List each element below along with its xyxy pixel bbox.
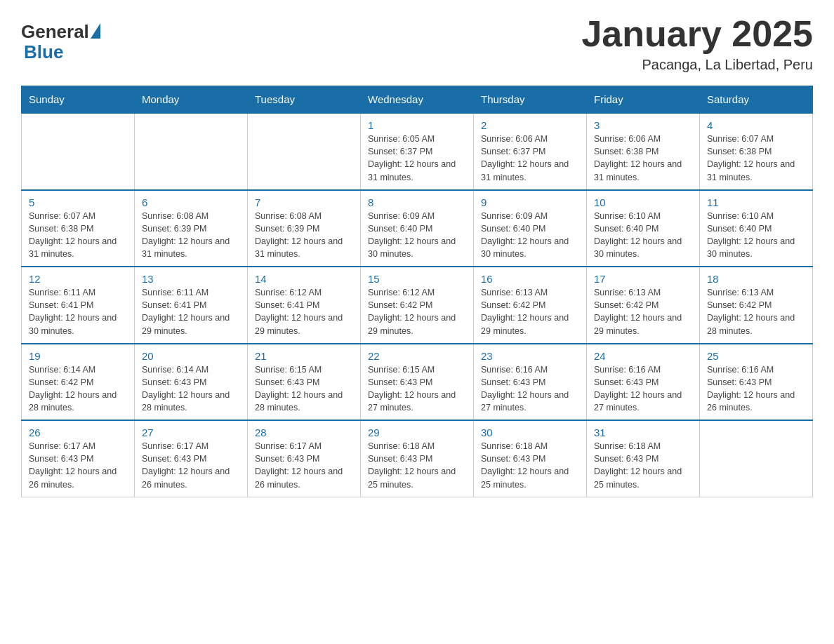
calendar-cell: 19Sunrise: 6:14 AM Sunset: 6:42 PM Dayli… [22,344,135,421]
calendar-cell: 23Sunrise: 6:16 AM Sunset: 6:43 PM Dayli… [474,344,587,421]
calendar-cell [135,113,248,190]
calendar-cell: 30Sunrise: 6:18 AM Sunset: 6:43 PM Dayli… [474,420,587,497]
calendar-week-row: 5Sunrise: 6:07 AM Sunset: 6:38 PM Daylig… [22,190,813,267]
calendar-cell: 18Sunrise: 6:13 AM Sunset: 6:42 PM Dayli… [700,267,813,344]
day-number: 8 [368,196,466,208]
calendar-cell: 25Sunrise: 6:16 AM Sunset: 6:43 PM Dayli… [700,344,813,421]
calendar-cell: 9Sunrise: 6:09 AM Sunset: 6:40 PM Daylig… [474,190,587,267]
day-info: Sunrise: 6:18 AM Sunset: 6:43 PM Dayligh… [368,440,466,491]
day-info: Sunrise: 6:18 AM Sunset: 6:43 PM Dayligh… [481,440,579,491]
calendar-cell: 7Sunrise: 6:08 AM Sunset: 6:39 PM Daylig… [248,190,361,267]
calendar-cell: 17Sunrise: 6:13 AM Sunset: 6:42 PM Dayli… [587,267,700,344]
day-number: 27 [142,427,240,438]
day-info: Sunrise: 6:12 AM Sunset: 6:42 PM Dayligh… [368,286,466,337]
day-number: 28 [255,427,353,438]
day-info: Sunrise: 6:16 AM Sunset: 6:43 PM Dayligh… [707,363,805,415]
day-info: Sunrise: 6:08 AM Sunset: 6:39 PM Dayligh… [142,210,240,261]
day-info: Sunrise: 6:16 AM Sunset: 6:43 PM Dayligh… [481,363,579,415]
day-info: Sunrise: 6:09 AM Sunset: 6:40 PM Dayligh… [368,210,466,261]
calendar-cell [700,420,813,497]
day-number: 1 [368,119,466,131]
calendar-cell: 3Sunrise: 6:06 AM Sunset: 6:38 PM Daylig… [587,113,700,190]
day-number: 25 [707,350,805,362]
calendar-week-row: 1Sunrise: 6:05 AM Sunset: 6:37 PM Daylig… [22,113,813,190]
day-number: 16 [481,273,579,285]
day-info: Sunrise: 6:13 AM Sunset: 6:42 PM Dayligh… [481,286,579,337]
calendar-week-row: 26Sunrise: 6:17 AM Sunset: 6:43 PM Dayli… [22,420,813,497]
day-info: Sunrise: 6:14 AM Sunset: 6:43 PM Dayligh… [142,363,240,415]
day-number: 11 [707,196,805,208]
calendar-title-block: January 2025 Pacanga, La Libertad, Peru [581,14,813,73]
calendar-subtitle: Pacanga, La Libertad, Peru [581,57,813,73]
logo-blue-text: Blue [24,41,63,63]
day-number: 12 [29,273,127,285]
logo: General Blue [21,21,100,63]
calendar-cell: 29Sunrise: 6:18 AM Sunset: 6:43 PM Dayli… [361,420,474,497]
page-header: General Blue January 2025 Pacanga, La Li… [21,14,813,73]
calendar-cell: 20Sunrise: 6:14 AM Sunset: 6:43 PM Dayli… [135,344,248,421]
calendar-cell: 1Sunrise: 6:05 AM Sunset: 6:37 PM Daylig… [361,113,474,190]
day-number: 6 [142,196,240,208]
calendar-day-header: Friday [587,86,700,114]
calendar-day-header: Sunday [22,86,135,114]
day-number: 9 [481,196,579,208]
logo-arrow-icon [91,23,100,39]
calendar-cell: 11Sunrise: 6:10 AM Sunset: 6:40 PM Dayli… [700,190,813,267]
calendar-cell: 24Sunrise: 6:16 AM Sunset: 6:43 PM Dayli… [587,344,700,421]
day-info: Sunrise: 6:14 AM Sunset: 6:42 PM Dayligh… [29,363,127,415]
calendar-cell: 28Sunrise: 6:17 AM Sunset: 6:43 PM Dayli… [248,420,361,497]
calendar-cell: 10Sunrise: 6:10 AM Sunset: 6:40 PM Dayli… [587,190,700,267]
calendar-cell: 26Sunrise: 6:17 AM Sunset: 6:43 PM Dayli… [22,420,135,497]
day-info: Sunrise: 6:15 AM Sunset: 6:43 PM Dayligh… [255,363,353,415]
day-number: 24 [594,350,692,362]
day-info: Sunrise: 6:10 AM Sunset: 6:40 PM Dayligh… [594,210,692,261]
day-info: Sunrise: 6:06 AM Sunset: 6:38 PM Dayligh… [594,133,692,184]
day-number: 4 [707,119,805,131]
day-info: Sunrise: 6:07 AM Sunset: 6:38 PM Dayligh… [29,210,127,261]
day-number: 3 [594,119,692,131]
calendar-day-header: Wednesday [361,86,474,114]
day-number: 20 [142,350,240,362]
calendar-title: January 2025 [581,14,813,54]
calendar-cell: 22Sunrise: 6:15 AM Sunset: 6:43 PM Dayli… [361,344,474,421]
day-number: 31 [594,427,692,438]
day-number: 5 [29,196,127,208]
calendar-cell: 21Sunrise: 6:15 AM Sunset: 6:43 PM Dayli… [248,344,361,421]
calendar-day-header: Thursday [474,86,587,114]
day-number: 22 [368,350,466,362]
day-info: Sunrise: 6:07 AM Sunset: 6:38 PM Dayligh… [707,133,805,184]
day-info: Sunrise: 6:12 AM Sunset: 6:41 PM Dayligh… [255,286,353,337]
day-number: 23 [481,350,579,362]
day-info: Sunrise: 6:13 AM Sunset: 6:42 PM Dayligh… [594,286,692,337]
calendar-cell: 5Sunrise: 6:07 AM Sunset: 6:38 PM Daylig… [22,190,135,267]
day-info: Sunrise: 6:13 AM Sunset: 6:42 PM Dayligh… [707,286,805,337]
calendar-day-header: Tuesday [248,86,361,114]
day-number: 10 [594,196,692,208]
day-info: Sunrise: 6:18 AM Sunset: 6:43 PM Dayligh… [594,440,692,491]
calendar-header-row: SundayMondayTuesdayWednesdayThursdayFrid… [22,86,813,114]
day-info: Sunrise: 6:16 AM Sunset: 6:43 PM Dayligh… [594,363,692,415]
calendar-cell: 2Sunrise: 6:06 AM Sunset: 6:37 PM Daylig… [474,113,587,190]
day-number: 29 [368,427,466,438]
day-number: 21 [255,350,353,362]
day-number: 30 [481,427,579,438]
day-number: 18 [707,273,805,285]
day-info: Sunrise: 6:05 AM Sunset: 6:37 PM Dayligh… [368,133,466,184]
day-info: Sunrise: 6:11 AM Sunset: 6:41 PM Dayligh… [142,286,240,337]
calendar-cell: 31Sunrise: 6:18 AM Sunset: 6:43 PM Dayli… [587,420,700,497]
calendar-cell: 6Sunrise: 6:08 AM Sunset: 6:39 PM Daylig… [135,190,248,267]
calendar-table: SundayMondayTuesdayWednesdayThursdayFrid… [21,86,813,497]
calendar-day-header: Saturday [700,86,813,114]
calendar-cell: 13Sunrise: 6:11 AM Sunset: 6:41 PM Dayli… [135,267,248,344]
day-info: Sunrise: 6:17 AM Sunset: 6:43 PM Dayligh… [29,440,127,491]
calendar-cell: 8Sunrise: 6:09 AM Sunset: 6:40 PM Daylig… [361,190,474,267]
day-info: Sunrise: 6:08 AM Sunset: 6:39 PM Dayligh… [255,210,353,261]
day-number: 15 [368,273,466,285]
day-number: 2 [481,119,579,131]
calendar-day-header: Monday [135,86,248,114]
day-number: 13 [142,273,240,285]
calendar-cell: 12Sunrise: 6:11 AM Sunset: 6:41 PM Dayli… [22,267,135,344]
calendar-cell: 14Sunrise: 6:12 AM Sunset: 6:41 PM Dayli… [248,267,361,344]
day-number: 26 [29,427,127,438]
day-number: 14 [255,273,353,285]
